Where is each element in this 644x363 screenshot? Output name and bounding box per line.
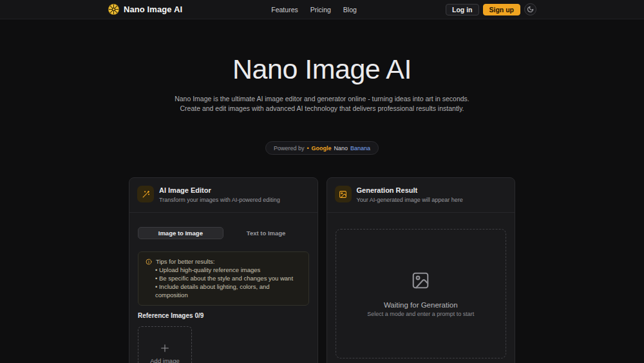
moon-icon [527,6,534,13]
badge-banana-text: Banana [350,145,370,152]
editor-card-subtitle: Transform your images with AI-powered ed… [159,197,280,203]
logo-icon [108,3,120,15]
waiting-hint: Select a mode and enter a prompt to star… [367,311,474,317]
badge-dot-separator: • [307,145,308,152]
powered-by-text: Powered by [274,145,305,152]
powered-by-badge[interactable]: Powered by • Google Nano Banana [265,141,379,155]
hero-section: Nano Image AI Nano Image is the ultimate… [0,50,644,155]
tips-item: • Upload high-quality reference images [146,266,301,275]
editor-card-title: AI Image Editor [159,186,280,195]
tips-item: • Include details about lighting, colors… [146,283,301,299]
page: Nano Image AI Features Pricing Blog Log … [0,0,644,363]
hero-subtitle-line2: Create and edit images with advanced AI … [180,104,464,112]
nav-link-pricing[interactable]: Pricing [310,6,331,14]
nav-link-features[interactable]: Features [271,6,298,14]
info-icon [146,259,152,265]
hero-subtitle: Nano Image is the ultimate AI image edit… [0,94,644,113]
add-image-label: Add image [150,357,179,363]
tab-text-to-image[interactable]: Text to Image [223,227,309,239]
waiting-title: Waiting for Generation [384,301,458,309]
nav-link-blog[interactable]: Blog [343,6,357,14]
nav-links: Features Pricing Blog [271,6,357,14]
header-actions: Log in Sign up [446,3,536,15]
result-card-subtitle: Your AI-generated image will appear here [357,197,463,203]
image-icon [335,186,352,202]
generation-placeholder: Waiting for Generation Select a mode and… [336,229,507,358]
editor-card: AI Image Editor Transform your images wi… [129,177,318,363]
login-button[interactable]: Log in [446,4,479,15]
signup-button[interactable]: Sign up [483,4,521,15]
page-title: Nano Image AI [0,50,644,88]
add-image-button[interactable]: Add image [138,326,192,363]
badge-nano-text: Nano [334,145,348,152]
tips-item: • Be specific about the style and change… [146,275,301,283]
plus-icon [160,343,170,353]
header: Nano Image AI Features Pricing Blog Log … [0,0,644,19]
mode-tabs: Image to Image Text to Image [138,227,309,239]
result-card-title: Generation Result [357,186,463,195]
badge-google-text: Google [312,145,332,152]
theme-toggle-button[interactable] [524,3,536,15]
tips-box: Tips for better results: • Upload high-q… [138,251,309,306]
editor-card-header: AI Image Editor Transform your images wi… [129,178,317,213]
brand[interactable]: Nano Image AI [108,3,182,15]
wand-icon [137,186,154,202]
result-card-header: Generation Result Your AI-generated imag… [327,178,515,213]
tips-heading: Tips for better results: [156,258,215,266]
main-cards-row: AI Image Editor Transform your images wi… [129,177,515,363]
reference-images-label: Reference Images 0/9 [138,312,309,319]
hero-subtitle-line1: Nano Image is the ultimate AI image edit… [175,95,469,103]
result-card: Generation Result Your AI-generated imag… [327,177,516,363]
brand-name: Nano Image AI [124,5,182,14]
tab-image-to-image[interactable]: Image to Image [138,227,223,239]
image-placeholder-icon [411,271,430,290]
